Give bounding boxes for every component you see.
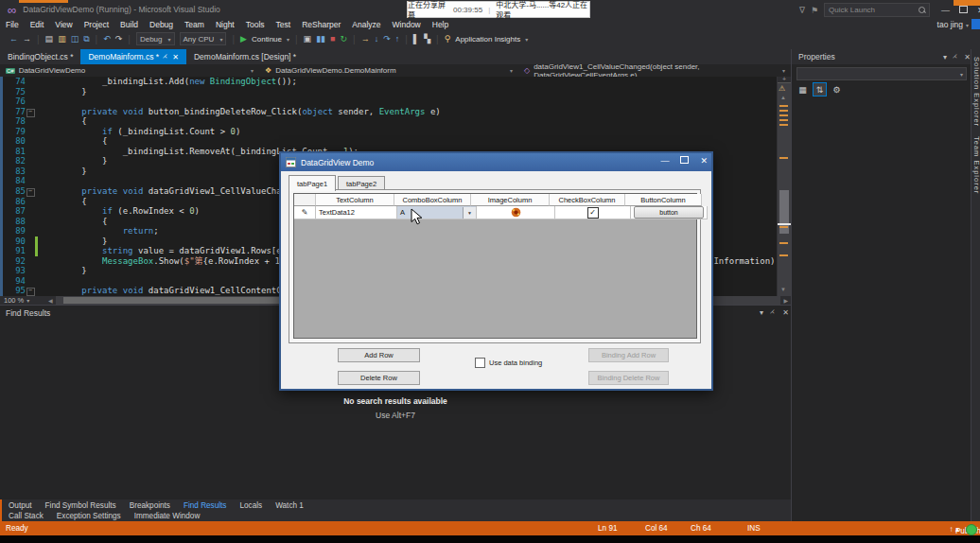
- bookmark-next-icon[interactable]: ▚: [424, 34, 430, 44]
- tab-tabpage1[interactable]: tabPage1: [289, 175, 336, 191]
- menu-tools[interactable]: Tools: [240, 20, 271, 29]
- fold-marker[interactable]: −: [26, 286, 35, 296]
- use-data-binding-checkbox[interactable]: Use data binding: [475, 358, 542, 368]
- open-file-icon[interactable]: ▥: [58, 34, 66, 44]
- binding-add-row-button[interactable]: Binding Add Row: [588, 348, 669, 362]
- menu-team[interactable]: Team: [179, 20, 210, 29]
- step-over-icon[interactable]: ↷: [383, 34, 391, 44]
- hscroll-thumb[interactable]: [63, 297, 300, 304]
- grid-checkbox[interactable]: ✓: [587, 207, 599, 219]
- minimize-button[interactable]: —: [941, 6, 950, 15]
- filter-icon[interactable]: ∇: [799, 6, 805, 15]
- column-header-checkboxcolumn[interactable]: CheckBoxColumn: [550, 194, 625, 206]
- redo-icon[interactable]: ↷: [115, 34, 123, 44]
- menu-build[interactable]: Build: [114, 20, 144, 29]
- snapshot-icon[interactable]: ▣: [304, 34, 312, 44]
- bottom-tab-exception-settings[interactable]: Exception Settings: [50, 512, 128, 520]
- menu-resharper[interactable]: ReSharper: [296, 20, 346, 29]
- navbar-type-dropdown[interactable]: ❖ DataGridViewDemo.DemoMainform ▾: [259, 66, 518, 75]
- continue-label[interactable]: Continue: [252, 35, 282, 44]
- navigate-forward-icon[interactable]: →: [23, 34, 31, 44]
- pause-icon[interactable]: ▮▮: [316, 34, 325, 44]
- cell-checkboxcolumn[interactable]: ✓: [555, 206, 631, 219]
- dialog-close-button[interactable]: ✕: [700, 156, 708, 166]
- save-all-icon[interactable]: ⧉: [83, 34, 89, 44]
- close-tab-icon[interactable]: ✕: [172, 53, 179, 61]
- alphabetical-sort-icon[interactable]: ⇅: [813, 82, 827, 96]
- menu-analyze[interactable]: Analyze: [346, 20, 386, 29]
- user-name[interactable]: tao jing: [937, 20, 963, 29]
- vertical-tab-solution-explorer[interactable]: Solution Explorer: [972, 57, 980, 127]
- window-position-icon[interactable]: ▾: [760, 308, 763, 317]
- pin-icon[interactable]: ⊦: [952, 52, 960, 61]
- splitter-handle[interactable]: +: [778, 77, 791, 83]
- debug-config-dropdown[interactable]: Debug▾: [136, 32, 175, 45]
- feedback-icon[interactable]: ⚑: [811, 6, 818, 15]
- menu-night[interactable]: Night: [210, 20, 240, 29]
- checkbox-box[interactable]: [475, 358, 485, 368]
- cell-imagecolumn[interactable]: [477, 206, 555, 219]
- column-header-comboboxcolumn[interactable]: ComboBoxColumn: [394, 194, 471, 206]
- tab-demomainform-cs[interactable]: DemoMainform.cs *⊦✕: [80, 49, 186, 64]
- editor-zoom-dropdown[interactable]: 100 %▾: [0, 296, 45, 305]
- new-file-icon[interactable]: ▤: [45, 34, 54, 44]
- categorized-icon[interactable]: ▦: [796, 83, 809, 96]
- column-header-buttoncolumn[interactable]: ButtonColumn: [625, 194, 702, 206]
- menu-debug[interactable]: Debug: [144, 20, 179, 29]
- pin-icon[interactable]: ⊦: [769, 308, 778, 317]
- step-out-icon[interactable]: ↑: [395, 34, 400, 44]
- step-into-icon[interactable]: ↓: [375, 34, 379, 44]
- window-position-icon[interactable]: ▾: [943, 53, 947, 61]
- fold-marker[interactable]: −: [26, 186, 35, 197]
- application-insights-label[interactable]: Application Insights: [455, 35, 520, 44]
- save-icon[interactable]: ◫: [71, 34, 79, 44]
- tab-bindingobject-cs[interactable]: BindingObject.cs *: [0, 49, 80, 64]
- add-row-button[interactable]: Add Row: [338, 348, 420, 362]
- bottom-tab-output[interactable]: Output: [2, 501, 39, 510]
- menu-edit[interactable]: Edit: [25, 20, 50, 29]
- menu-help[interactable]: Help: [427, 20, 454, 29]
- dialog-minimize-button[interactable]: —: [660, 156, 669, 166]
- stop-icon[interactable]: ■: [330, 34, 335, 44]
- grid-cell-button[interactable]: button: [634, 206, 704, 219]
- account-badge[interactable]: [971, 19, 980, 29]
- dialog-title-bar[interactable]: DataGridView Demo — ✕: [281, 153, 711, 171]
- delete-row-button[interactable]: Delete Row: [338, 371, 420, 385]
- pin-icon[interactable]: ⊦: [162, 52, 170, 61]
- bottom-tab-breakpoints[interactable]: Breakpoints: [123, 501, 177, 510]
- cell-comboboxcolumn[interactable]: A▼: [397, 206, 477, 219]
- bottom-tab-find-symbol-results[interactable]: Find Symbol Results: [39, 501, 123, 510]
- bottom-tab-call-stack[interactable]: Call Stack: [2, 512, 50, 520]
- menu-test[interactable]: Test: [271, 20, 297, 29]
- scroll-down-icon[interactable]: ▼: [780, 287, 786, 292]
- quick-launch-input[interactable]: Quick Launch: [824, 3, 930, 17]
- properties-object-dropdown[interactable]: ▾: [796, 67, 967, 80]
- close-panel-icon[interactable]: ✕: [782, 308, 789, 317]
- vertical-tab-team-explorer[interactable]: Team Explorer: [972, 136, 980, 194]
- bottom-tab-locals[interactable]: Locals: [233, 501, 269, 510]
- continue-icon[interactable]: ▶: [240, 34, 247, 44]
- bottom-tab-watch-1[interactable]: Watch 1: [269, 501, 310, 510]
- platform-dropdown[interactable]: Any CPU▾: [180, 32, 227, 45]
- datagridview[interactable]: TextColumnComboBoxColumnImageColumnCheck…: [293, 193, 697, 339]
- hscroll-right-icon[interactable]: ▶: [780, 297, 791, 304]
- bottom-tab-find-results[interactable]: Find Results: [177, 501, 234, 510]
- editor-vertical-scrollbar[interactable]: + ⚠ ▲ ▼: [777, 77, 791, 296]
- bookmark-icon[interactable]: ▌: [413, 34, 419, 44]
- menu-file[interactable]: File: [0, 20, 25, 29]
- navbar-project-dropdown[interactable]: C# DataGridViewDemo ▾: [0, 66, 259, 75]
- scroll-up-icon[interactable]: ▲: [780, 95, 786, 100]
- tab-demomainform-cs-design[interactable]: DemoMainform.cs [Design] *: [186, 49, 304, 64]
- hscroll-left-icon[interactable]: ◀: [45, 297, 56, 304]
- tab-tabpage2[interactable]: tabPage2: [338, 176, 385, 190]
- combo-dropdown-button[interactable]: ▼: [463, 207, 476, 219]
- navigate-back-icon[interactable]: ←: [9, 34, 18, 44]
- undo-icon[interactable]: ↶: [103, 34, 111, 44]
- close-panel-icon[interactable]: ✕: [964, 53, 971, 61]
- show-next-statement-icon[interactable]: →: [361, 34, 370, 44]
- application-insights-icon[interactable]: ⚲: [445, 34, 451, 44]
- bottom-tab-immediate-window[interactable]: Immediate Window: [128, 512, 207, 520]
- menu-project[interactable]: Project: [79, 20, 114, 29]
- cell-textcolumn[interactable]: TextData12: [316, 206, 397, 219]
- cell-buttoncolumn[interactable]: button: [631, 206, 708, 219]
